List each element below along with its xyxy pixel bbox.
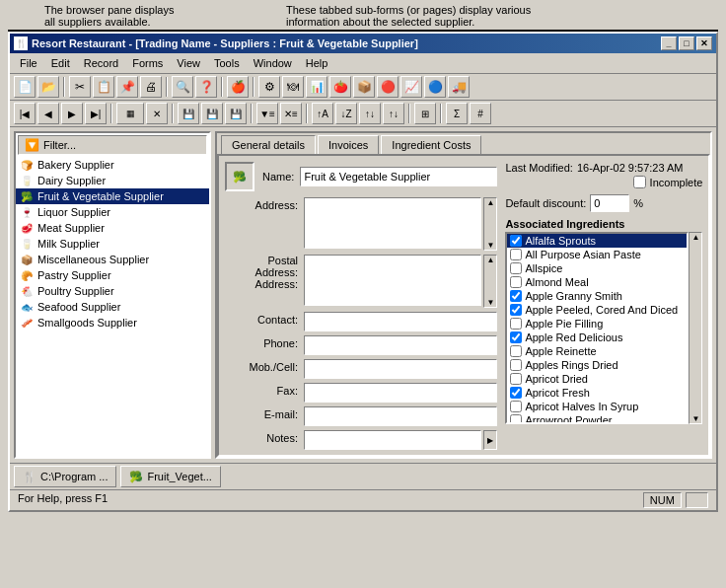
list-item[interactable]: 🥩 Meat Supplier bbox=[16, 220, 209, 236]
sum-btn[interactable]: Σ bbox=[446, 103, 468, 124]
tab-invoices[interactable]: Invoices bbox=[318, 135, 379, 154]
ingr-scroll-up[interactable]: ▲ bbox=[691, 233, 699, 242]
menu-view[interactable]: View bbox=[171, 55, 206, 71]
ingredient-item[interactable]: Apple Reinette bbox=[507, 344, 687, 358]
list-item[interactable]: 📦 Miscellaneous Supplier bbox=[16, 252, 209, 267]
close-button[interactable]: ✕ bbox=[696, 37, 712, 50]
ingredient-checkbox[interactable] bbox=[510, 401, 522, 412]
ingredient-checkbox[interactable] bbox=[510, 235, 522, 247]
ingredient-item[interactable]: Apple Peeled, Cored And Diced bbox=[507, 303, 687, 317]
filter-clear[interactable]: ✕≡ bbox=[280, 103, 302, 124]
ingredient-item[interactable]: Alfalfa Sprouts bbox=[507, 234, 687, 248]
minimize-button[interactable]: _ bbox=[661, 37, 677, 50]
first-btn[interactable]: |◀ bbox=[14, 103, 36, 124]
name-input[interactable] bbox=[300, 167, 497, 186]
discount-input[interactable] bbox=[590, 194, 629, 212]
postal-input[interactable] bbox=[304, 255, 481, 306]
taskbar-btn-program[interactable]: 🍴 C:\Program ... bbox=[14, 466, 116, 487]
list-item[interactable]: 🥛 Dairy Supplier bbox=[16, 173, 209, 188]
ingredient-checkbox[interactable] bbox=[510, 345, 522, 357]
menu-record[interactable]: Record bbox=[78, 55, 124, 71]
sort1[interactable]: ↑A bbox=[312, 103, 333, 124]
ingredient-checkbox[interactable] bbox=[510, 414, 522, 424]
ingredient-checkbox[interactable] bbox=[510, 262, 522, 274]
tool6[interactable]: 🔴 bbox=[377, 76, 399, 98]
tool8[interactable]: 🔵 bbox=[424, 76, 446, 98]
list-item[interactable]: 🥛 Milk Supplier bbox=[16, 236, 209, 252]
grid-btn[interactable]: ⊞ bbox=[414, 103, 436, 124]
postal-scroll-down[interactable]: ▼ bbox=[486, 298, 494, 307]
incomplete-checkbox[interactable] bbox=[633, 176, 646, 188]
list-item[interactable]: 🥦 Fruit & Vegetable Supplier bbox=[16, 188, 209, 204]
copy-btn[interactable]: 📋 bbox=[93, 76, 114, 98]
list-item[interactable]: 🥐 Pastry Supplier bbox=[16, 267, 209, 283]
address-input[interactable] bbox=[304, 197, 481, 249]
sort3[interactable]: ↑↓ bbox=[359, 103, 381, 124]
calc-btn[interactable]: # bbox=[470, 103, 491, 124]
tool7[interactable]: 📈 bbox=[400, 76, 422, 98]
sort2[interactable]: ↓Z bbox=[335, 103, 357, 124]
list-item[interactable]: 🍷 Liquor Supplier bbox=[16, 204, 209, 220]
paste-btn[interactable]: 📌 bbox=[116, 76, 138, 98]
menu-tools[interactable]: Tools bbox=[208, 55, 246, 71]
ingredient-checkbox[interactable] bbox=[510, 359, 522, 371]
tool4[interactable]: 🍅 bbox=[329, 76, 351, 98]
ingr-scroll-down[interactable]: ▼ bbox=[691, 414, 699, 423]
scroll-up[interactable]: ▲ bbox=[486, 198, 494, 207]
sort4[interactable]: ↑↓ bbox=[383, 103, 404, 124]
tool5[interactable]: 📦 bbox=[353, 76, 375, 98]
ingredient-checkbox[interactable] bbox=[510, 249, 522, 260]
menu-forms[interactable]: Forms bbox=[126, 55, 169, 71]
postal-scroll-up[interactable]: ▲ bbox=[486, 256, 494, 264]
filter-button[interactable]: 🔽 Filter... bbox=[18, 135, 207, 155]
save-btn[interactable]: 💾 bbox=[178, 103, 199, 124]
tool9[interactable]: 🚚 bbox=[448, 76, 470, 98]
ingredient-item[interactable]: Arrowroot Powder bbox=[507, 413, 687, 424]
ingredient-checkbox[interactable] bbox=[510, 331, 522, 343]
ingredient-checkbox[interactable] bbox=[510, 290, 522, 302]
phone-input[interactable] bbox=[304, 335, 497, 355]
ingredient-item[interactable]: Almond Meal bbox=[507, 275, 687, 289]
find-btn[interactable]: 🔍 bbox=[172, 76, 193, 98]
email-input[interactable] bbox=[304, 406, 497, 426]
menu-window[interactable]: Window bbox=[248, 55, 298, 71]
tool2[interactable]: 🍽 bbox=[282, 76, 304, 98]
list-item[interactable]: 🥓 Smallgoods Supplier bbox=[16, 315, 209, 331]
last-btn[interactable]: ▶| bbox=[85, 103, 107, 124]
notes-input[interactable] bbox=[304, 430, 481, 450]
tab-ingredient-costs[interactable]: Ingredient Costs bbox=[381, 135, 481, 154]
menu-help[interactable]: Help bbox=[300, 55, 334, 71]
mob-input[interactable] bbox=[304, 359, 497, 379]
ingredient-checkbox[interactable] bbox=[510, 373, 522, 385]
taskbar-btn-supplier[interactable]: 🥦 Fruit_Veget... bbox=[120, 466, 220, 487]
filter-apply[interactable]: ▼≡ bbox=[256, 103, 278, 124]
tool3[interactable]: 📊 bbox=[306, 76, 327, 98]
ingredient-checkbox[interactable] bbox=[510, 304, 522, 316]
ingredient-item[interactable]: Apricot Fresh bbox=[507, 386, 687, 400]
tab-general[interactable]: General details bbox=[221, 135, 316, 154]
save2-btn[interactable]: 💾 bbox=[201, 103, 223, 124]
cut-btn[interactable]: ✂ bbox=[69, 76, 91, 98]
help-btn[interactable]: ❓ bbox=[195, 76, 217, 98]
ingredient-item[interactable]: Allspice bbox=[507, 261, 687, 275]
contact-input[interactable] bbox=[304, 312, 497, 331]
ingredient-checkbox[interactable] bbox=[510, 318, 522, 330]
fruit-btn[interactable]: 🍎 bbox=[227, 76, 249, 98]
fax-input[interactable] bbox=[304, 383, 497, 403]
ingredient-item[interactable]: Apples Rings Dried bbox=[507, 358, 687, 372]
list-item[interactable]: 🐟 Seafood Supplier bbox=[16, 299, 209, 315]
list-item[interactable]: 🐔 Poultry Supplier bbox=[16, 283, 209, 299]
tool1[interactable]: ⚙ bbox=[258, 76, 280, 98]
ingredient-item[interactable]: Apple Pie Filling bbox=[507, 317, 687, 331]
new-btn[interactable]: 📄 bbox=[14, 76, 36, 98]
maximize-button[interactable]: □ bbox=[679, 37, 694, 50]
ingredient-checkbox[interactable] bbox=[510, 387, 522, 399]
ingredient-item[interactable]: Apricot Dried bbox=[507, 372, 687, 386]
menu-file[interactable]: File bbox=[14, 55, 43, 71]
save3-btn[interactable]: 💾 bbox=[225, 103, 247, 124]
open-btn[interactable]: 📂 bbox=[37, 76, 59, 98]
ingredient-item[interactable]: All Purpose Asian Paste bbox=[507, 248, 687, 261]
ingredient-item[interactable]: Apple Granny Smith bbox=[507, 289, 687, 303]
next-btn[interactable]: ▶ bbox=[61, 103, 83, 124]
ingredient-item[interactable]: Apple Red Delicious bbox=[507, 331, 687, 344]
